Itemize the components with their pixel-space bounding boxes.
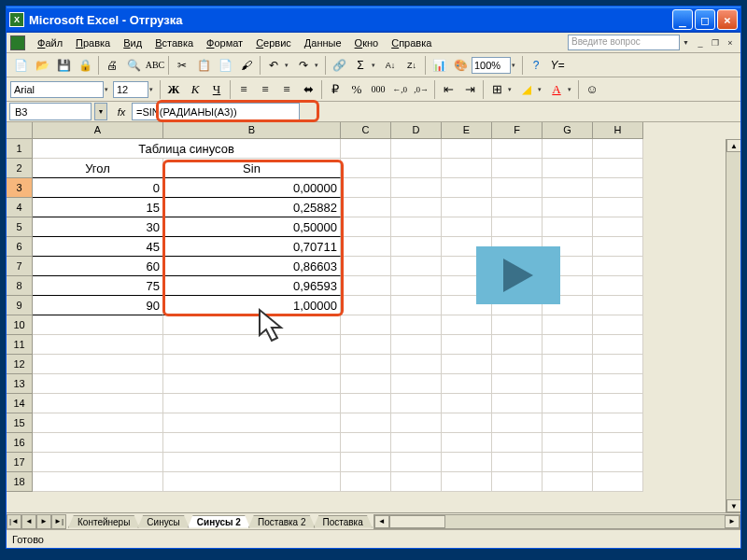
cell-H10[interactable]: [593, 315, 643, 335]
cell-A14[interactable]: [33, 394, 163, 413]
borders-button[interactable]: ⊞: [486, 79, 507, 100]
cell-H1[interactable]: [593, 139, 643, 159]
row-header-17[interactable]: 17: [7, 453, 33, 472]
cell-C7[interactable]: [341, 257, 391, 276]
tab-next-button[interactable]: ►: [36, 514, 51, 529]
excel-doc-icon[interactable]: [10, 35, 25, 50]
cell-A1[interactable]: Таблица синусов: [33, 139, 341, 159]
cell-H9[interactable]: [593, 296, 643, 315]
row-header-11[interactable]: 11: [7, 335, 33, 355]
redo-dropdown-icon[interactable]: ▾: [315, 62, 322, 69]
cell-B4[interactable]: 0,25882: [163, 198, 341, 217]
sheet-tab-Синусы 2[interactable]: Синусы 2: [188, 515, 250, 528]
zoom-dropdown-icon[interactable]: ▾: [512, 62, 519, 69]
tab-first-button[interactable]: |◄: [7, 514, 21, 529]
cell-B2[interactable]: Sin: [163, 159, 341, 178]
cell-H17[interactable]: [593, 453, 643, 472]
autosum-dropdown-icon[interactable]: ▾: [372, 62, 379, 69]
align-right-button[interactable]: ≡: [276, 79, 297, 100]
menu-Вид[interactable]: Вид: [117, 35, 148, 50]
cell-H15[interactable]: [593, 413, 643, 433]
play-overlay-button[interactable]: [476, 246, 560, 304]
cell-A15[interactable]: [33, 413, 163, 433]
vertical-scrollbar[interactable]: ▲ ▼: [726, 139, 740, 512]
scroll-thumb[interactable]: [389, 515, 445, 528]
cell-B14[interactable]: [163, 394, 341, 413]
cell-B18[interactable]: [163, 472, 341, 492]
cell-G4[interactable]: [543, 198, 593, 217]
font-select[interactable]: Arial: [10, 81, 104, 98]
col-header-E[interactable]: E: [442, 122, 492, 139]
cell-E18[interactable]: [442, 472, 492, 492]
cell-A12[interactable]: [33, 355, 163, 374]
sort-asc-icon[interactable]: A↓: [380, 55, 401, 76]
fill-color-button[interactable]: ◢: [516, 79, 537, 100]
cell-B15[interactable]: [163, 413, 341, 433]
help-dropdown-icon[interactable]: ▼: [683, 39, 690, 46]
font-color-button[interactable]: A: [546, 79, 567, 100]
cell-A16[interactable]: [33, 433, 163, 453]
sheet-tab-Поставка[interactable]: Поставка: [314, 515, 373, 528]
cell-F15[interactable]: [492, 413, 543, 433]
italic-button[interactable]: К: [185, 79, 205, 100]
cell-G13[interactable]: [543, 374, 593, 394]
cell-B6[interactable]: 0,70711: [163, 237, 341, 257]
cell-B16[interactable]: [163, 433, 341, 453]
cell-C5[interactable]: [341, 217, 391, 237]
open-icon[interactable]: 📂: [32, 55, 52, 76]
cell-D1[interactable]: [391, 139, 442, 159]
col-header-D[interactable]: D: [391, 122, 442, 139]
borders-dropdown-icon[interactable]: ▾: [508, 86, 515, 93]
cell-D8[interactable]: [391, 276, 442, 296]
cell-E16[interactable]: [442, 433, 492, 453]
help-icon[interactable]: ?: [526, 55, 546, 76]
merge-button[interactable]: ⬌: [298, 79, 318, 100]
cell-E3[interactable]: [442, 178, 492, 198]
scroll-left-icon[interactable]: ◄: [374, 515, 389, 528]
cell-A11[interactable]: [33, 335, 163, 355]
cell-H7[interactable]: [593, 257, 643, 276]
smiley-icon[interactable]: ☺: [582, 79, 602, 100]
cell-H8[interactable]: [593, 276, 643, 296]
tab-last-button[interactable]: ►|: [51, 514, 66, 529]
cell-A13[interactable]: [33, 374, 163, 394]
format-painter-icon[interactable]: 🖌: [236, 55, 257, 76]
spellcheck-icon[interactable]: ABC: [145, 55, 165, 76]
cell-H5[interactable]: [593, 217, 643, 237]
fontcolor-dropdown-icon[interactable]: ▾: [568, 86, 575, 93]
font-dropdown-icon[interactable]: ▾: [105, 86, 112, 93]
currency-button[interactable]: ₽: [325, 79, 345, 100]
col-header-F[interactable]: F: [492, 122, 543, 139]
cell-C12[interactable]: [341, 355, 391, 374]
underline-button[interactable]: Ч: [206, 79, 227, 100]
cell-C2[interactable]: [341, 159, 391, 178]
cell-B9[interactable]: 1,00000: [163, 296, 341, 315]
preview-icon[interactable]: 🔍: [123, 55, 144, 76]
cell-G17[interactable]: [543, 453, 593, 472]
font-size-select[interactable]: 12: [113, 81, 148, 98]
percent-button[interactable]: %: [346, 79, 367, 100]
formula-input[interactable]: =SIN(РАДИАНЫ(A3)): [132, 103, 300, 120]
cell-H14[interactable]: [593, 394, 643, 413]
cell-C6[interactable]: [341, 237, 391, 257]
cell-B8[interactable]: 0,96593: [163, 276, 341, 296]
cell-H4[interactable]: [593, 198, 643, 217]
cell-C1[interactable]: [341, 139, 391, 159]
cell-E13[interactable]: [442, 374, 492, 394]
col-header-C[interactable]: C: [341, 122, 391, 139]
row-header-12[interactable]: 12: [7, 355, 33, 374]
cell-C16[interactable]: [341, 433, 391, 453]
cell-D7[interactable]: [391, 257, 442, 276]
cell-C11[interactable]: [341, 335, 391, 355]
cell-A18[interactable]: [33, 472, 163, 492]
drawing-icon[interactable]: 🎨: [450, 55, 471, 76]
scroll-up-icon[interactable]: ▲: [726, 139, 740, 152]
sheet-tab-Поставка 2[interactable]: Поставка 2: [248, 515, 316, 528]
cell-A9[interactable]: 90: [33, 296, 163, 315]
autosum-icon[interactable]: Σ: [350, 55, 371, 76]
cell-H2[interactable]: [593, 159, 643, 178]
row-header-14[interactable]: 14: [7, 394, 33, 413]
cell-A3[interactable]: 0: [33, 178, 163, 198]
scroll-right-icon[interactable]: ►: [725, 515, 740, 528]
menu-Данные[interactable]: Данные: [298, 35, 348, 50]
